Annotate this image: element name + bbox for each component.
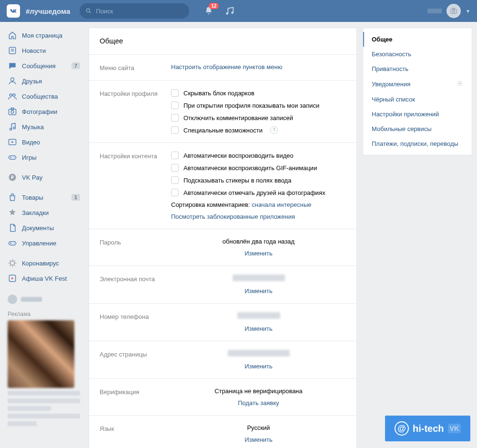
- nav-afisha[interactable]: Афиша VK Fest: [5, 271, 83, 286]
- camera-icon: [8, 107, 17, 116]
- nav-video[interactable]: Видео: [5, 134, 83, 150]
- afisha-icon: [8, 274, 17, 283]
- notifications-icon[interactable]: 12: [203, 6, 214, 16]
- tab-payments[interactable]: Платежи, подписки, переводы: [363, 136, 472, 151]
- nav-label: Сообщества: [22, 93, 58, 100]
- nav-label: Моя страница: [22, 32, 62, 39]
- checkbox-icon: [171, 176, 179, 184]
- user-menu[interactable]: ▼: [427, 4, 470, 18]
- vk-logo[interactable]: [7, 4, 20, 18]
- nav-label: Управление: [22, 240, 56, 247]
- tab-general[interactable]: Общее: [363, 32, 472, 47]
- section-password: Пароль обновлён два года назадИзменить: [89, 229, 356, 265]
- settings-panel: Общее Меню сайта Настроить отображение п…: [89, 28, 357, 448]
- cbx-accessibility[interactable]: Специальные возможности?: [171, 126, 346, 134]
- page-title: Общее: [89, 28, 356, 54]
- nav-my-page[interactable]: Моя страница: [5, 28, 83, 43]
- mini-user[interactable]: [5, 291, 83, 308]
- nav-photos[interactable]: Фотографии: [5, 104, 83, 119]
- tab-app-settings[interactable]: Настройки приложений: [363, 107, 472, 122]
- ruble-icon: [8, 173, 17, 182]
- change-password-link[interactable]: Изменить: [244, 250, 273, 257]
- groups-icon: [8, 92, 17, 101]
- watermark-text: hi-tech: [413, 423, 444, 434]
- gamepad-icon: [8, 153, 17, 162]
- nav-covid[interactable]: Коронавирус: [5, 255, 83, 271]
- music-icon[interactable]: [224, 6, 235, 16]
- search-icon: [85, 8, 92, 14]
- cbx-autoplay-gif[interactable]: Автоматически воспроизводить GIF-анимаци…: [171, 164, 346, 172]
- tab-mobile[interactable]: Мобильные сервисы: [363, 122, 472, 136]
- cbx-show-posts[interactable]: При открытии профиля показывать мои запи…: [171, 102, 346, 109]
- section-content: Настройки контента Автоматически воспрои…: [89, 143, 356, 229]
- search-box[interactable]: [80, 3, 189, 19]
- tab-blacklist[interactable]: Чёрный список: [363, 92, 472, 107]
- comment-sort-link[interactable]: сначала интересные: [252, 201, 311, 208]
- change-address-link[interactable]: Изменить: [244, 363, 273, 370]
- nav-label: Видео: [22, 139, 40, 146]
- nav-label: Закладки: [22, 209, 49, 216]
- document-icon: [8, 223, 17, 233]
- nav-label: Музыка: [22, 123, 44, 131]
- nav-vkpay[interactable]: VK Pay: [5, 170, 83, 185]
- section-label: Верификация: [100, 387, 162, 407]
- gear-icon[interactable]: [457, 80, 463, 88]
- search-input[interactable]: [96, 8, 183, 15]
- nav-games[interactable]: Игры: [5, 150, 83, 165]
- section-address: Адрес страницы Изменить: [89, 341, 356, 378]
- home-icon: [8, 31, 17, 40]
- section-label: Электронная почта: [100, 275, 162, 295]
- section-label: Настройки профиля: [100, 89, 162, 134]
- verify-value: Страница не верифицирована: [214, 387, 303, 395]
- nav-music[interactable]: Музыка: [5, 119, 83, 134]
- address-value-redacted: [228, 350, 290, 358]
- change-phone-link[interactable]: Изменить: [244, 325, 273, 332]
- friends-icon: [8, 76, 17, 86]
- tab-notifications[interactable]: Уведомления: [363, 76, 472, 92]
- nav-friends[interactable]: Друзья: [5, 73, 83, 89]
- section-email: Электронная почта Изменить: [89, 265, 356, 303]
- cbx-sticker-hints[interactable]: Подсказывать стикеры в полях ввода: [171, 176, 346, 184]
- mini-name-redacted: [21, 297, 42, 302]
- change-email-link[interactable]: Изменить: [244, 287, 273, 295]
- section-lang: Язык РусскийИзменить: [89, 415, 356, 448]
- tab-security[interactable]: Безопасность: [363, 47, 472, 61]
- cbx-hide-gifts[interactable]: Скрывать блок подарков: [171, 89, 346, 97]
- nav-label: Фотографии: [22, 108, 57, 115]
- blocked-apps-link[interactable]: Посмотреть заблокированные приложения: [171, 213, 295, 220]
- checkbox-icon: [171, 152, 179, 159]
- menu-config-link[interactable]: Настроить отображение пунктов меню: [171, 63, 346, 71]
- avatar: [447, 4, 461, 18]
- ad-label: Реклама: [5, 308, 83, 320]
- vk-mini-icon: VK: [448, 424, 461, 433]
- comment-sort-row: Сортировка комментариев: сначала интерес…: [171, 201, 346, 208]
- video-icon: [8, 137, 17, 147]
- header-hashtag[interactable]: #лучшедома: [26, 7, 70, 15]
- header: #лучшедома 12 ▼: [0, 0, 477, 22]
- nav-market[interactable]: Товары1: [5, 190, 83, 205]
- cbx-disable-comments[interactable]: Отключить комментирование записей: [171, 114, 346, 122]
- cbx-tag-friends[interactable]: Автоматически отмечать друзей на фотогра…: [171, 189, 346, 196]
- nav-news[interactable]: Новости: [5, 43, 83, 58]
- nav-label: VK Pay: [22, 174, 42, 181]
- checkbox-icon: [171, 102, 179, 109]
- section-label: Пароль: [100, 238, 162, 257]
- virus-icon: [8, 258, 17, 268]
- change-lang-link[interactable]: Изменить: [244, 436, 273, 443]
- nav-messages[interactable]: Сообщения7: [5, 58, 83, 73]
- nav-label: Документы: [22, 224, 54, 232]
- ad-block[interactable]: [5, 320, 83, 426]
- nav-label: Афиша VK Fest: [22, 275, 67, 282]
- nav-bookmarks[interactable]: Закладки: [5, 205, 83, 220]
- nav-docs[interactable]: Документы: [5, 220, 83, 235]
- nav-count: 7: [71, 62, 80, 69]
- help-icon[interactable]: ?: [270, 126, 278, 134]
- cbx-autoplay-video[interactable]: Автоматически воспроизводить видео: [171, 152, 346, 159]
- tab-privacy[interactable]: Приватность: [363, 61, 472, 76]
- apply-verify-link[interactable]: Подать заявку: [238, 399, 279, 407]
- chevron-down-icon: ▼: [466, 9, 470, 14]
- music-note-icon: [8, 122, 17, 132]
- at-icon: @: [395, 421, 409, 436]
- nav-groups[interactable]: Сообщества: [5, 89, 83, 104]
- nav-manage[interactable]: Управление: [5, 235, 83, 251]
